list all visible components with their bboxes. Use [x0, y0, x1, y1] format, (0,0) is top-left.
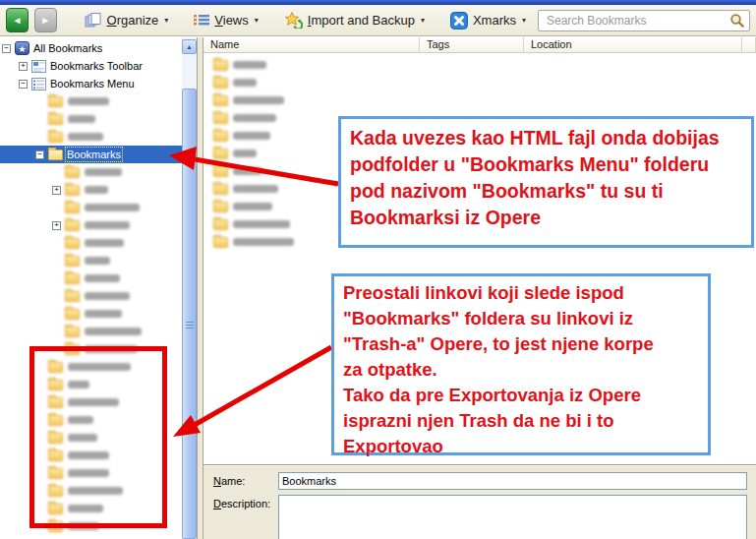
blurred-folder-item: [65, 273, 120, 284]
tree-item-blurred[interactable]: [0, 128, 182, 146]
tree-item-blurred[interactable]: +: [0, 216, 182, 234]
tree-item-blurred[interactable]: [0, 199, 182, 216]
list-row-blurred[interactable]: [204, 74, 756, 91]
toolbar-import-backup-button[interactable]: Import and Backup▾: [278, 9, 431, 31]
blurred-folder-item: [48, 132, 103, 143]
tree-item-bookmarks-toolbar[interactable]: +Bookmarks Toolbar: [0, 57, 182, 75]
expand-plus-icon[interactable]: +: [52, 186, 61, 195]
folder-icon: [65, 167, 80, 178]
blurred-folder-item: [65, 256, 110, 267]
blurred-label: [233, 185, 278, 193]
annotation-note-import-result: Kada uvezes kao HTML fajl onda dobijas p…: [338, 116, 754, 248]
folder-icon: [65, 327, 80, 337]
tree-item-bookmarks-menu[interactable]: −Bookmarks Menu: [0, 75, 182, 92]
scrollbar-grip: [186, 322, 194, 329]
blurred-label: [68, 97, 109, 105]
folder-icon: [213, 237, 228, 248]
folder-icon: [65, 238, 80, 249]
toolbar-views-button[interactable]: Views▾: [188, 10, 263, 30]
toolbar-button-label: Xmarks: [473, 13, 516, 28]
pane-splitter[interactable]: [197, 37, 204, 539]
toolbar-xmarks-button[interactable]: Xmarks▾: [444, 9, 532, 32]
tree-item-blurred[interactable]: [0, 92, 182, 110]
folder-icon: [65, 203, 80, 213]
tree-item-label: Bookmarks Menu: [50, 78, 135, 90]
list-row-blurred[interactable]: [204, 91, 756, 109]
folder-icon: [65, 273, 80, 284]
forward-arrow-icon: ►: [40, 16, 50, 26]
collapse-minus-icon[interactable]: −: [2, 44, 11, 53]
folder-icon: [213, 60, 228, 71]
folder-icon: [65, 309, 80, 320]
blurred-folder-item: [65, 309, 122, 320]
folder-icon: [213, 219, 228, 230]
tree-item-blurred[interactable]: [0, 323, 182, 340]
menu-folder-icon: [31, 78, 46, 90]
back-button[interactable]: ◄: [6, 8, 29, 32]
annotation-note-trash-warning: Preostali linkovi koji slede ispod "Book…: [331, 273, 711, 455]
collapse-minus-icon[interactable]: −: [35, 150, 44, 159]
chevron-down-icon: ▾: [164, 16, 168, 25]
blurred-label: [233, 220, 290, 228]
blurred-label: [85, 239, 124, 247]
tree-item-all-bookmarks[interactable]: −★All Bookmarks: [0, 39, 182, 57]
toolbar-organize-button[interactable]: Organize▾: [79, 10, 175, 31]
xmarks-icon: [450, 12, 468, 30]
blurred-label: [85, 221, 130, 229]
sidebar-scrollbar[interactable]: ▲: [182, 37, 197, 539]
tree-item-blurred[interactable]: [0, 234, 182, 252]
description-field[interactable]: [278, 495, 747, 539]
chevron-down-icon: ▾: [522, 16, 526, 25]
scrollbar-thumb[interactable]: [182, 89, 197, 539]
tree-item-blurred[interactable]: [0, 163, 182, 181]
blurred-label: [85, 328, 142, 335]
bookmarks-library-window: ◄ ► Organize▾Views▾Import and Backup▾Xma…: [0, 0, 756, 539]
search-box: [538, 10, 750, 31]
name-field[interactable]: [278, 472, 747, 490]
blurred-label: [233, 238, 294, 246]
tree-item-blurred[interactable]: [0, 110, 182, 128]
expand-plus-icon[interactable]: +: [52, 221, 61, 230]
folder-icon: [65, 256, 80, 267]
expand-plus-icon[interactable]: +: [19, 62, 28, 71]
tree-item-blurred[interactable]: [0, 287, 182, 305]
column-header-location[interactable]: Location: [524, 37, 742, 52]
search-input[interactable]: [545, 13, 729, 29]
collapse-minus-icon[interactable]: −: [19, 80, 28, 89]
blurred-label: [233, 114, 276, 122]
tree-item-label: Bookmarks: [67, 149, 121, 160]
toolbar-folder-icon: [31, 60, 46, 73]
folder-icon: [48, 132, 63, 143]
tree-item-blurred[interactable]: [0, 270, 182, 287]
tree-item-blurred[interactable]: [0, 252, 182, 270]
folder-icon: [48, 150, 63, 160]
tree-item-blurred[interactable]: [0, 305, 182, 323]
chevron-down-icon: ▾: [421, 16, 425, 25]
column-header-name[interactable]: Name: [204, 37, 420, 52]
folder-icon: [213, 131, 228, 142]
blurred-folder-item: [65, 203, 140, 213]
blurred-label: [233, 167, 262, 175]
list-row-blurred[interactable]: [204, 56, 756, 74]
forward-button[interactable]: ►: [34, 8, 57, 32]
blurred-label: [233, 150, 257, 157]
blurred-label: [233, 61, 266, 69]
blurred-label: [233, 96, 284, 104]
folder-icon: [213, 95, 228, 106]
magnifier-icon[interactable]: [729, 13, 745, 29]
blurred-folder-item: [65, 185, 108, 196]
back-arrow-icon: ◄: [12, 16, 22, 26]
blurred-label: [68, 133, 103, 141]
tree-item-bookmarks[interactable]: −Bookmarks: [0, 146, 182, 163]
folder-icon: [213, 166, 228, 177]
blurred-folder-item: [48, 96, 109, 107]
tree-item-blurred[interactable]: +: [0, 181, 182, 199]
folder-icon: [213, 202, 228, 212]
blurred-label: [68, 115, 95, 123]
column-header-tags[interactable]: Tags: [420, 37, 524, 52]
toolbar-button-label: Views: [214, 13, 248, 28]
blurred-label: [233, 79, 257, 87]
scroll-up-icon[interactable]: ▲: [182, 39, 197, 54]
folder-icon: [213, 184, 228, 195]
annotation-red-rectangle: [29, 346, 167, 528]
